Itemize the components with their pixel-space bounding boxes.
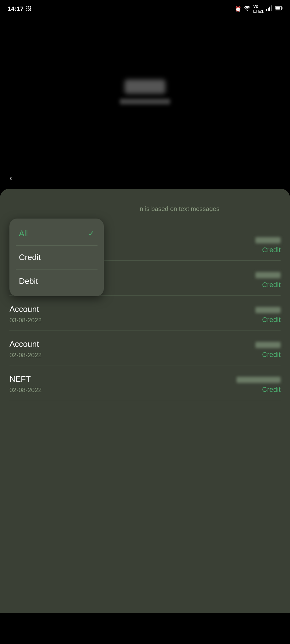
blurred-logo (125, 80, 165, 94)
battery-icon (275, 6, 282, 12)
dropdown-credit-label: Credit (19, 253, 41, 262)
transaction-right: Credit (255, 342, 281, 359)
status-time: 14:17 (8, 5, 24, 13)
dropdown-item-debit[interactable]: Debit (9, 269, 104, 293)
transaction-type: Credit (262, 316, 281, 324)
transaction-title: Account (9, 339, 42, 349)
transaction-item: Account 02-08-2022 Credit (9, 330, 281, 365)
transaction-title: Account (9, 304, 42, 314)
transaction-type: Credit (262, 281, 281, 289)
filter-dropdown[interactable]: All ✓ Credit Debit (9, 219, 104, 296)
lte-icon: VoLTE1 (253, 4, 264, 14)
transaction-item: Account 03-08-2022 Credit (9, 296, 281, 330)
transaction-type: Credit (262, 351, 281, 359)
wifi-icon (244, 5, 251, 12)
transaction-date: 03-08-2022 (9, 317, 42, 324)
transaction-date: 02-08-2022 (9, 386, 42, 394)
transaction-amount-blurred-large (237, 377, 281, 383)
status-bar: 14:17 🖼 ⏰ VoLTE1 (0, 0, 290, 16)
blurred-subtitle (120, 99, 170, 104)
transaction-item: NEFT 02-08-2022 Credit (9, 365, 281, 400)
transaction-title: NEFT (9, 374, 42, 384)
back-button[interactable]: ‹ (9, 174, 12, 182)
transaction-left: NEFT 02-08-2022 (9, 374, 42, 394)
transaction-amount-blurred (255, 272, 281, 278)
check-icon: ✓ (88, 229, 94, 238)
alarm-icon: ⏰ (235, 6, 241, 12)
back-section: ‹ (0, 167, 290, 189)
transaction-amount-blurred (255, 342, 281, 348)
transaction-right: Credit (255, 272, 281, 289)
transaction-amount-blurred (255, 307, 281, 313)
svg-rect-6 (276, 7, 280, 10)
svg-rect-2 (268, 8, 269, 11)
transaction-right: Credit (237, 377, 281, 394)
dropdown-all-label: All (19, 229, 28, 238)
svg-rect-4 (271, 5, 272, 11)
transaction-right: Credit (255, 307, 281, 324)
svg-rect-7 (282, 7, 283, 9)
status-left: 14:17 🖼 (8, 5, 31, 13)
dropdown-item-all[interactable]: All ✓ (9, 222, 104, 245)
photo-icon: 🖼 (26, 6, 31, 12)
svg-rect-1 (266, 9, 267, 11)
transaction-date: 02-08-2022 (9, 352, 42, 359)
transaction-left: Account 02-08-2022 (9, 339, 42, 359)
svg-rect-3 (269, 7, 270, 11)
transaction-type: Credit (262, 246, 281, 254)
main-content: All ✓ Credit Debit n is based on text me… (0, 189, 290, 613)
svg-point-0 (247, 10, 248, 11)
dropdown-item-credit[interactable]: Credit (9, 246, 104, 269)
transaction-amount-blurred (255, 237, 281, 243)
transaction-right: Credit (255, 237, 281, 254)
info-text: n is based on text messages (0, 189, 290, 223)
top-section (0, 16, 290, 167)
signal-icon (266, 5, 272, 12)
transaction-type: Credit (262, 386, 281, 394)
status-right: ⏰ VoLTE1 (235, 4, 282, 14)
transaction-left: Account 03-08-2022 (9, 304, 42, 324)
dropdown-debit-label: Debit (19, 276, 38, 286)
